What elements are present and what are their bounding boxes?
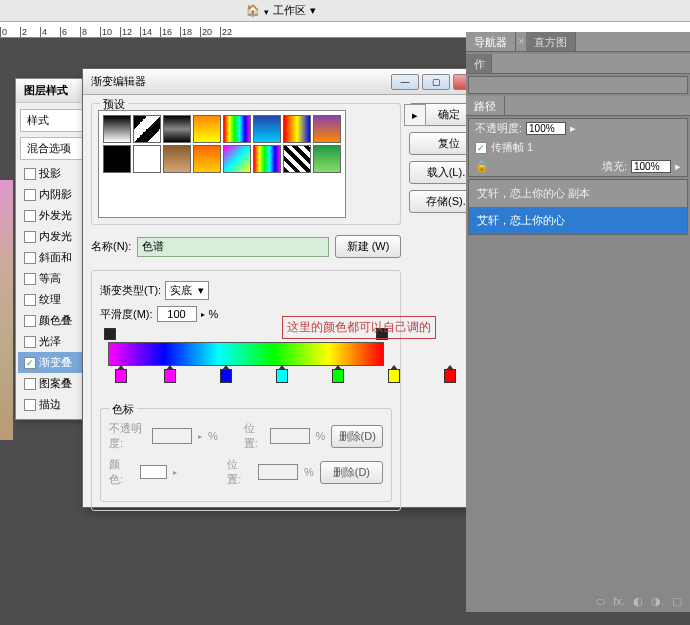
tab-actions[interactable]: 作 <box>466 54 492 73</box>
adjustment-icon[interactable]: ◑. <box>651 595 664 608</box>
stepper-icon[interactable]: ▸ <box>570 122 576 135</box>
propagate-checkbox[interactable] <box>475 142 487 154</box>
gradient-preset[interactable] <box>283 115 311 143</box>
ruler-tick: 8 <box>80 27 100 37</box>
gradient-preset[interactable] <box>253 115 281 143</box>
tab-navigator[interactable]: 导航器 <box>466 32 516 51</box>
gradient-preset[interactable] <box>313 115 341 143</box>
style-label: 内阴影 <box>39 187 72 202</box>
gradient-type-select[interactable]: 实底 ▾ <box>165 281 209 300</box>
layer-item[interactable]: 艾轩，恋上你的心 <box>469 207 687 234</box>
gradient-preset[interactable] <box>163 115 191 143</box>
stepper-icon[interactable]: ▸ <box>201 310 205 319</box>
titlebar[interactable]: 渐变编辑器 — ▢ ✕ <box>83 69 497 95</box>
stepper-icon[interactable]: ▸ <box>675 160 681 173</box>
stepper-icon: ▸ <box>173 468 177 477</box>
style-checkbox[interactable] <box>24 168 36 180</box>
position-label: 位置: <box>227 457 252 487</box>
opacity-field[interactable] <box>526 122 566 135</box>
layer-item[interactable]: 艾轩，恋上你的心 副本 <box>469 180 687 207</box>
presets-box <box>98 110 346 218</box>
color-stop[interactable] <box>444 369 456 383</box>
gradient-preset[interactable] <box>133 115 161 143</box>
color-stop[interactable] <box>115 369 127 383</box>
color-stop[interactable] <box>332 369 344 383</box>
gradient-preset[interactable] <box>133 145 161 173</box>
name-label: 名称(N): <box>91 239 131 254</box>
color-chip[interactable] <box>140 465 168 479</box>
style-label: 外发光 <box>39 208 72 223</box>
style-label: 纹理 <box>39 292 61 307</box>
panel-footer-icons: ⬭ fx. ◐ ◑. ▢ <box>596 595 682 608</box>
gradient-preset[interactable] <box>103 115 131 143</box>
lock-icon[interactable]: 🔒 <box>475 160 489 173</box>
position-input[interactable] <box>270 428 310 444</box>
annotation-callout: 这里的颜色都可以自己调的 <box>282 316 436 339</box>
chevron-down-icon: ▾ <box>310 4 316 17</box>
style-checkbox[interactable] <box>24 378 36 390</box>
dialog-title: 渐变编辑器 <box>87 74 391 89</box>
delete-opacity-button[interactable]: 删除(D) <box>331 425 383 448</box>
opacity-stop[interactable] <box>104 328 116 340</box>
opacity-input[interactable] <box>152 428 192 444</box>
gradient-bar[interactable] <box>108 342 384 366</box>
style-label: 渐变叠 <box>39 355 72 370</box>
style-checkbox[interactable] <box>24 210 36 222</box>
folder-icon[interactable]: ▢ <box>672 595 682 608</box>
workspace-label: 工作区 <box>273 3 306 18</box>
ruler-tick: 22 <box>220 27 240 37</box>
gradient-preset[interactable] <box>193 115 221 143</box>
style-label: 图案叠 <box>39 376 72 391</box>
ruler-tick: 4 <box>40 27 60 37</box>
style-checkbox[interactable] <box>24 336 36 348</box>
style-checkbox[interactable] <box>24 294 36 306</box>
fx-icon[interactable]: fx. <box>613 595 625 608</box>
gradient-name-input[interactable] <box>137 237 329 257</box>
delete-color-button[interactable]: 删除(D) <box>320 461 383 484</box>
style-label: 内发光 <box>39 229 72 244</box>
gradient-preset[interactable] <box>313 145 341 173</box>
new-button[interactable]: 新建 (W) <box>335 235 401 258</box>
tab-histogram[interactable]: 直方图 <box>526 32 576 51</box>
gradient-preset[interactable] <box>283 145 311 173</box>
gradient-preset[interactable] <box>163 145 191 173</box>
workspace-icon: 🏠 <box>246 4 260 17</box>
position-input[interactable] <box>258 464 298 480</box>
tab-paths[interactable]: 路径 <box>466 96 505 115</box>
style-checkbox[interactable] <box>24 357 36 369</box>
maximize-button[interactable]: ▢ <box>422 74 450 90</box>
color-stop[interactable] <box>388 369 400 383</box>
style-label: 等高 <box>39 271 61 286</box>
ruler-tick: 14 <box>140 27 160 37</box>
top-toolbar: 🏠 工作区 ▾ <box>0 0 690 22</box>
fill-field[interactable] <box>631 160 671 173</box>
chevron-down-icon: ▾ <box>198 284 204 297</box>
style-checkbox[interactable] <box>24 231 36 243</box>
style-checkbox[interactable] <box>24 315 36 327</box>
mask-icon[interactable]: ◐ <box>633 595 643 608</box>
color-stop[interactable] <box>164 369 176 383</box>
ruler-tick: 6 <box>60 27 80 37</box>
workspace-selector[interactable]: 🏠 工作区 ▾ <box>240 2 322 19</box>
gradient-preset[interactable] <box>103 145 131 173</box>
gradient-preset[interactable] <box>253 145 281 173</box>
minimize-button[interactable]: — <box>391 74 419 90</box>
style-checkbox[interactable] <box>24 189 36 201</box>
stepper-icon: ▸ <box>198 432 202 441</box>
ruler-tick: 20 <box>200 27 220 37</box>
fill-label: 填充: <box>602 159 627 174</box>
position-label: 位置: <box>244 421 264 451</box>
gradient-preset[interactable] <box>223 115 251 143</box>
gradient-preset[interactable] <box>223 145 251 173</box>
color-stop[interactable] <box>276 369 288 383</box>
style-checkbox[interactable] <box>24 399 36 411</box>
chevron-down-icon <box>264 5 269 17</box>
style-checkbox[interactable] <box>24 273 36 285</box>
color-stop[interactable] <box>220 369 232 383</box>
link-icon[interactable]: ⬭ <box>596 595 605 608</box>
style-checkbox[interactable] <box>24 252 36 264</box>
style-label: 斜面和 <box>39 250 72 265</box>
presets-menu-button[interactable]: ▸ <box>404 104 426 126</box>
smoothness-input[interactable] <box>157 306 197 322</box>
gradient-preset[interactable] <box>193 145 221 173</box>
